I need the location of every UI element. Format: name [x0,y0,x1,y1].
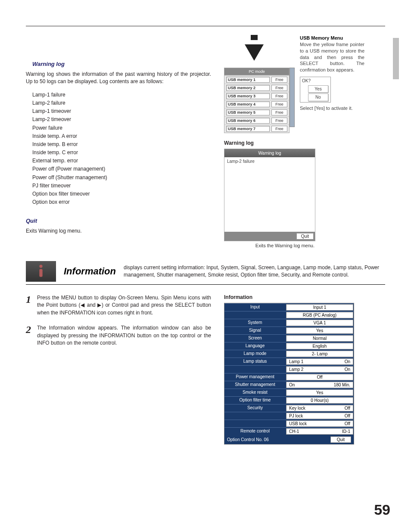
log-item: PJ filter timeover [32,182,211,190]
information-panel-heading: Information [224,294,385,300]
information-desc: displays current setting information: In… [124,264,385,279]
information-rule [26,284,385,285]
info-value: 2- Lamp [286,351,353,357]
warning-log-entry: Lamp-2 failure [227,159,255,164]
usb-slot-label: USB memory 3 [226,93,270,99]
scrollbar[interactable] [290,68,295,127]
info-value: Yes [286,389,353,396]
info-value: CH-1ID-1 [286,428,353,435]
warning-log-heading: Warning log [32,61,211,67]
log-item: Inside temp. B error [32,140,211,149]
info-label [224,412,286,420]
info-label [224,420,286,427]
info-label: Option filter time [224,397,286,404]
info-value: RGB (PC Analog) [286,312,353,318]
info-value: Lamp 1On [286,358,353,365]
confirm-yes[interactable]: Yes [308,85,328,93]
usb-slot-label: USB memory 5 [226,109,270,115]
info-value: 0 Hour(s) [286,397,353,404]
warning-log-intro: Warning log shows the information of the… [26,71,211,86]
usb-slot-label: USB memory 6 [226,118,270,124]
info-label: Lamp mode [224,350,286,358]
usb-row[interactable]: USB memory 7Free [224,124,289,133]
usb-memory-panel: PC mode USB memory 1Free USB memory 2Fre… [224,68,290,133]
info-value: VGA 1 [286,320,353,326]
log-item: Lamp-1 timeover [32,107,211,115]
log-item: Lamp-1 failure [32,91,211,99]
usb-row[interactable]: USB memory 2Free [224,84,289,92]
log-item: Lamp-2 timeover [32,115,211,124]
log-item: Inside temp. A error [32,132,211,140]
usb-side-text: Move the yellow frame pointer to a USB m… [300,41,364,73]
usb-slot-status: Free [271,77,287,83]
info-label [224,311,286,319]
warning-log-list: Lamp-1 failure Lamp-2 failure Lamp-1 tim… [32,91,211,207]
confirm-title: OK? [300,77,330,85]
usb-slot-status: Free [271,93,287,99]
log-item: Power failure [32,124,211,132]
warning-log-quit-button[interactable]: Quit [296,233,314,240]
usb-row[interactable]: USB memory 3Free [224,92,289,100]
step-2-text: The Information window appears. The info… [37,324,211,347]
info-label [224,366,286,373]
confirm-box: OK? Yes No [300,77,331,103]
info-value: English [286,343,353,349]
svg-rect-3 [39,269,42,277]
step-number-1: 1 [26,294,31,317]
svg-rect-0 [251,35,258,40]
info-value: Off [286,374,353,380]
usb-row[interactable]: USB memory 1Free [224,75,289,84]
info-label: Remote control [224,428,286,435]
usb-side-heading: USB Memory Menu [300,35,364,41]
info-label: Security [224,404,286,412]
info-quit-button[interactable]: Quit [330,436,351,443]
log-item: Power off (Power management) [32,165,211,173]
usb-panel-title: PC mode [224,68,289,75]
usb-slot-label: USB memory 1 [226,77,270,83]
top-rule [26,26,385,26]
warning-log-panel-caption: Exits the Warning log menu. [224,243,314,248]
log-item: Option box error [32,198,211,206]
log-item: Inside temp. C error [32,149,211,157]
usb-slot-label: USB memory 4 [226,101,270,107]
log-item: Power off (Shutter management) [32,174,211,182]
info-value: Normal [286,335,353,342]
svg-marker-1 [245,44,264,61]
arrow-down-icon [241,35,295,65]
confirm-no[interactable]: No [308,93,328,101]
info-value: Yes [286,327,353,334]
warning-log-panel-title: Warning log [224,149,315,157]
info-value: Input 1 [286,304,353,311]
step-number-2: 2 [26,324,31,347]
info-label: Screen [224,335,286,342]
info-label: Signal [224,327,286,334]
confirm-caption: Select [Yes] to activate it. [300,105,364,112]
usb-slot-status: Free [271,118,287,124]
thumb-tab [393,38,399,79]
usb-row[interactable]: USB memory 6Free [224,116,289,124]
svg-point-2 [39,264,42,268]
info-value: Lamp 2On [286,366,353,373]
info-label: Power management [224,373,286,381]
usb-row[interactable]: USB memory 4Free [224,100,289,108]
page-number: 59 [374,501,390,518]
info-label: Smoke resist [224,389,286,396]
usb-slot-label: USB memory 7 [226,126,270,132]
usb-slot-status: Free [271,85,287,91]
info-label: Lamp status [224,358,286,365]
quit-heading: Quit [26,218,211,224]
info-value: On180 Min. [286,382,353,388]
log-item: Lamp-2 failure [32,99,211,107]
usb-row[interactable]: USB memory 5Free [224,108,289,116]
step-1-text: Press the MENU button to display On-Scre… [37,294,211,317]
log-item: Option box filter timeover [32,190,211,198]
quit-text: Exits Warning log menu. [26,227,211,235]
info-footer-label: Option Control No. 06 [227,437,269,442]
info-label: Language [224,342,286,350]
warning-log-panel-heading: Warning log [224,140,385,146]
usb-slot-label: USB memory 2 [226,85,270,91]
info-value: PJ lockOff [286,413,353,419]
info-label: Shutter management [224,381,286,389]
information-title: Information [64,266,116,277]
usb-slot-status: Free [271,126,287,132]
